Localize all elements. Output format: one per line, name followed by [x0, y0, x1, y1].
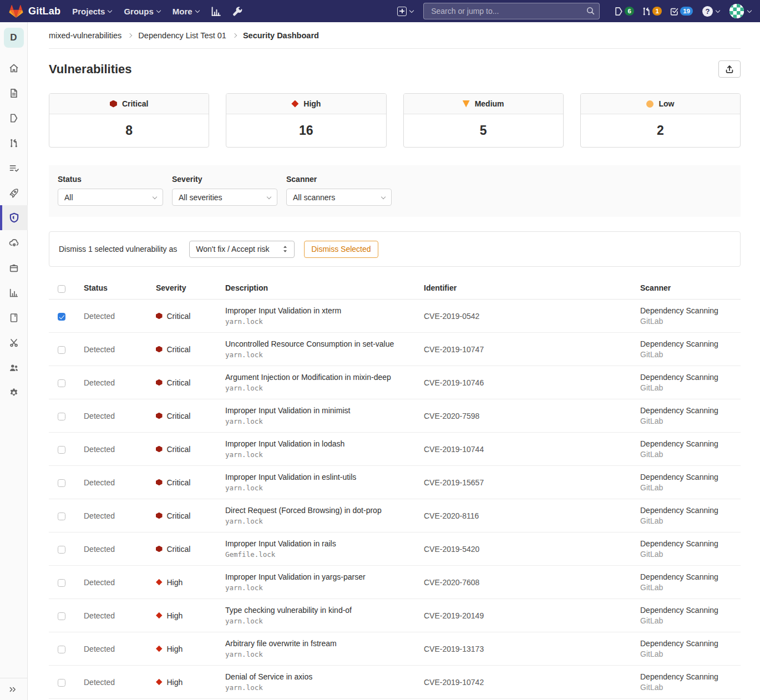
row-checkbox[interactable] — [58, 679, 65, 687]
severity-cell: Critical — [156, 445, 207, 454]
severity-icon — [156, 679, 163, 686]
vulnerability-description-link[interactable]: Direct Request (Forced Browsing) in dot-… — [225, 505, 406, 516]
sidebar-item-requirements[interactable] — [0, 155, 28, 180]
identifier-text: CVE-2020-7598 — [424, 412, 479, 420]
cell-description: Uncontrolled Resource Consumption in set… — [216, 333, 415, 366]
sidebar-item-repository[interactable] — [0, 80, 28, 105]
status-filter-dropdown[interactable]: All — [58, 189, 163, 206]
scanner-filter-dropdown[interactable]: All scanners — [286, 189, 392, 206]
cell-identifier: CVE-2019-15657 — [415, 466, 631, 499]
cell-severity: Critical — [147, 433, 216, 466]
scissors-icon — [9, 338, 19, 348]
row-checkbox[interactable] — [58, 612, 65, 620]
summary-card-header: Low — [581, 94, 740, 114]
cell-status: Detected — [75, 399, 147, 433]
vulnerability-description-link[interactable]: Improper Input Validation in rails — [225, 539, 406, 549]
vulnerability-description-link[interactable]: Denial of Service in axios — [225, 672, 406, 682]
dismiss-bar-text: Dismiss 1 selected vulnerability as — [59, 245, 177, 253]
help-menu-button[interactable]: ? — [702, 6, 720, 17]
user-menu-button[interactable] — [729, 4, 751, 18]
new-menu-button[interactable] — [397, 7, 413, 16]
table-row: Detected Critical Improper Input Validat… — [49, 300, 741, 333]
summary-card-label: Medium — [475, 99, 504, 108]
severity-medium-icon — [463, 100, 470, 108]
summary-card-count: 5 — [404, 114, 563, 147]
vulnerability-description-link[interactable]: Arbitrary file overwrite in fstream — [225, 638, 406, 649]
vulnerability-description-link[interactable]: Argument Injection or Modification in mi… — [225, 372, 406, 383]
table-row: Detected High Denial of Service in axios… — [49, 666, 741, 699]
question-icon: ? — [702, 6, 713, 17]
collapse-sidebar-button[interactable] — [0, 678, 27, 700]
chevron-right-icon — [128, 33, 132, 37]
wiki-icon — [9, 313, 19, 323]
vulnerability-description-link[interactable]: Type checking vulnerability in kind-of — [225, 605, 406, 616]
severity-filter-dropdown[interactable]: All severities — [172, 189, 277, 206]
breadcrumb-project[interactable]: Dependency List Test 01 — [138, 31, 226, 40]
sidebar-item-project-overview[interactable] — [0, 55, 28, 80]
sidebar-item-cicd[interactable] — [0, 180, 28, 205]
project-avatar[interactable]: D — [4, 28, 24, 48]
sidebar-item-issues[interactable] — [0, 105, 28, 130]
nav-analytics-button[interactable] — [211, 6, 221, 17]
row-checkbox[interactable] — [58, 546, 65, 554]
sidebar-item-wiki[interactable] — [0, 305, 28, 330]
double-chevron-right-icon — [8, 685, 17, 694]
nav-more[interactable]: More — [173, 7, 199, 16]
sidebar-item-snippets[interactable] — [0, 330, 28, 355]
gitlab-home-link[interactable]: GitLab — [9, 4, 60, 18]
sidebar-item-packages[interactable] — [0, 255, 28, 280]
row-checkbox[interactable] — [58, 579, 65, 587]
merge-requests-shortcut-button[interactable]: 1 — [642, 7, 662, 16]
cell-checkbox — [49, 632, 75, 666]
severity-summary-cards: Critical 8 High 16 Medium 5 Low 2 — [49, 93, 741, 148]
row-checkbox[interactable] — [58, 646, 65, 653]
cell-status: Detected — [75, 499, 147, 532]
vulnerability-description-link[interactable]: Improper Input Validation in xterm — [225, 306, 406, 316]
dismiss-reason-dropdown[interactable]: Won't fix / Accept risk — [189, 241, 295, 258]
chevron-down-icon — [409, 8, 414, 12]
sidebar-item-merge-requests[interactable] — [0, 130, 28, 155]
todos-shortcut-button[interactable]: 19 — [670, 7, 693, 16]
breadcrumb-project-group[interactable]: mixed-vulnerabilities — [49, 31, 121, 40]
issues-count-badge: 6 — [625, 7, 634, 16]
export-button[interactable] — [718, 60, 741, 78]
dismiss-selected-button[interactable]: Dismiss Selected — [304, 241, 378, 258]
row-checkbox[interactable] — [58, 413, 65, 420]
vulnerability-description-link[interactable]: Improper Input Validation in minimist — [225, 405, 406, 416]
vulnerability-description-link[interactable]: Uncontrolled Resource Consumption in set… — [225, 339, 406, 349]
search-input[interactable] — [423, 3, 600, 19]
issues-icon — [9, 113, 19, 123]
select-all-checkbox[interactable] — [58, 285, 65, 293]
row-checkbox[interactable] — [58, 313, 65, 321]
plus-icon — [397, 7, 407, 16]
row-checkbox[interactable] — [58, 446, 65, 454]
table-row: Detected Critical Improper Input Validat… — [49, 399, 741, 433]
row-checkbox[interactable] — [58, 513, 65, 520]
identifier-text: CVE-2019-5420 — [424, 545, 479, 554]
sidebar-item-security-compliance[interactable] — [0, 205, 28, 230]
nav-projects[interactable]: Projects — [72, 7, 112, 16]
sidebar-item-analytics[interactable] — [0, 280, 28, 305]
cell-description: Denial of Service in axios yarn.lock — [216, 666, 415, 699]
row-checkbox[interactable] — [58, 346, 65, 354]
vulnerability-description-link[interactable]: Improper Input Validation in lodash — [225, 439, 406, 449]
sidebar-item-settings[interactable] — [0, 380, 28, 405]
nav-groups[interactable]: Groups — [124, 7, 160, 16]
identifier-text: CVE-2019-13173 — [424, 645, 484, 653]
vulnerability-description-link[interactable]: Improper Input Validation in eslint-util… — [225, 472, 406, 483]
vuln-table-body: Detected Critical Improper Input Validat… — [49, 300, 741, 699]
row-checkbox[interactable] — [58, 479, 65, 487]
nav-admin-button[interactable] — [232, 6, 243, 17]
repository-icon — [9, 88, 19, 98]
sidebar-item-operations[interactable] — [0, 230, 28, 255]
summary-card-header: High — [226, 94, 386, 114]
issues-shortcut-button[interactable]: 6 — [614, 7, 634, 16]
filter-scanner-label: Scanner — [286, 175, 392, 184]
vulnerability-description-link[interactable]: Improper Input Validation in yargs-parse… — [225, 572, 406, 582]
status-text: Detected — [84, 478, 115, 487]
cell-severity: Critical — [147, 300, 216, 333]
cell-severity: Critical — [147, 366, 216, 399]
shield-icon — [9, 212, 19, 223]
row-checkbox[interactable] — [58, 379, 65, 387]
sidebar-item-members[interactable] — [0, 355, 28, 380]
